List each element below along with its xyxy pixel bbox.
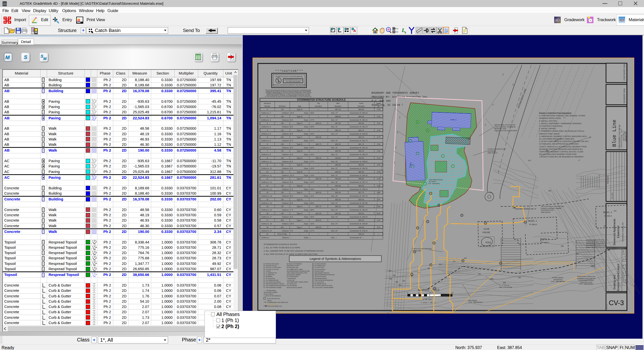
svg-text:ALL INLETS: ALL INLETS: [429, 181, 436, 182]
svg-text:Type D: Type D: [297, 122, 302, 124]
svg-text:Type C: Type C: [297, 219, 302, 221]
svg-text:(ft): (ft): [378, 105, 380, 107]
svg-text:(SEE DETAIL): (SEE DETAIL): [488, 152, 497, 154]
svg-text:Distance: 54 ft: Distance: 54 ft: [282, 195, 293, 197]
svg-text:Slope: 1.19%: Slope: 1.19%: [304, 174, 314, 177]
svg-text:Top: Top: [317, 102, 320, 104]
svg-text:Size: 15": Size: 15": [331, 147, 338, 149]
svg-text:Outflow to: 19: Outflow to: 19: [261, 230, 272, 232]
svg-text:Size: 24": Size: 24": [331, 209, 338, 211]
svg-text:M: M: [43, 56, 47, 61]
svg-text:Size: 18": Size: 18": [331, 181, 338, 183]
svg-text:Outflow to: 8: Outflow to: 8: [261, 147, 271, 149]
svg-text:Downstream IE: 860.00: Downstream IE: 860.00: [350, 154, 368, 155]
svg-text:End of Pipe: End of Pipe: [277, 233, 287, 235]
svg-text:G. MAINTAIN ALL SEDIMENT CONTR: G. MAINTAIN ALL SEDIMENT CONTROL MEASURE…: [539, 135, 587, 137]
svg-text:862.50: 862.50: [335, 191, 341, 194]
svg-text:860.50: 860.50: [358, 171, 364, 173]
svg-text:***CAUTION***: ***CAUTION***: [275, 69, 303, 73]
svg-text:40: 40: [407, 292, 408, 294]
svg-text:S: S: [24, 54, 27, 60]
svg-text:Weir: Weir: [336, 102, 340, 104]
svg-text:Size: 10": Size: 10": [331, 167, 338, 169]
svg-text:SR SOLID ROD: SR SOLID ROD: [266, 278, 275, 279]
svg-text:Outflow to: 8: Outflow to: 8: [261, 154, 271, 155]
svg-text:2: 2: [267, 115, 268, 118]
svg-text:STORMWATER STRUCTURE SCHEDULE: STORMWATER STRUCTURE SCHEDULE: [297, 98, 346, 101]
svg-text:SILT SOXX INLET PROTECTION: SILT SOXX INLET PROTECTION: [541, 205, 564, 207]
svg-text:9.20: 9.20: [377, 226, 380, 228]
svg-text:ENERGY DISSIPATION PER DETAIL: ENERGY DISSIPATION PER DETAIL: [586, 247, 606, 248]
svg-text:CORPORATE SEAL: CORPORATE SEAL: [623, 63, 625, 81]
svg-text:Outflow to: 3: Outflow to: 3: [261, 119, 271, 121]
svg-text:864: 864: [614, 210, 617, 212]
svg-text:NCF NAIL & CAP FOUND: NCF NAIL & CAP FOUND: [266, 267, 281, 268]
svg-text:NO. DATE: NO. DATE: [612, 192, 613, 199]
svg-text:4.90: 4.90: [377, 122, 380, 124]
svg-text:WASHOUT, AND: WASHOUT, AND: [494, 128, 506, 129]
svg-text:853: 853: [403, 280, 405, 282]
svg-text:CB: CB: [281, 191, 284, 194]
svg-text:Slope: 2.16%: Slope: 2.16%: [304, 188, 314, 190]
svg-text:Number: Number: [264, 105, 270, 107]
svg-text:Invert: Invert: [359, 102, 364, 104]
svg-text:854.00: 854.00: [316, 219, 321, 221]
svg-text:IPS IRON PIN SET: IPS IRON PIN SET: [266, 265, 277, 266]
svg-text:870: 870: [528, 160, 531, 161]
svg-text:866.90: 866.90: [316, 136, 321, 138]
svg-text:Distance: 90 ft: Distance: 90 ft: [282, 167, 293, 169]
svg-text:Distance: 104 ft: Distance: 104 ft: [282, 112, 294, 114]
svg-text:861.00: 861.00: [335, 212, 341, 215]
svg-text:OT OPEN TOP: OT OPEN TOP: [266, 274, 275, 275]
svg-text:UG UNDERGROUND: UG UNDERGROUND: [266, 279, 278, 281]
svg-text:Distance: 68 ft: Distance: 68 ft: [282, 126, 293, 128]
svg-text:Outflow to: 2: Outflow to: 2: [261, 112, 271, 114]
svg-text:DI DROP INLET: DI DROP INLET: [314, 270, 324, 272]
svg-text:Size: 10": Size: 10": [331, 202, 338, 204]
svg-text:CB: CB: [281, 185, 284, 187]
svg-text:2. ALL LARGER PIPE TO BE RC: 2. ALL LARGER PIPE TO BE RCP UNLESS OTHE…: [264, 250, 324, 252]
svg-text:—: —: [317, 115, 319, 118]
svg-text:TEMPORARY FAIRCLOTH: TEMPORARY FAIRCLOTH: [577, 276, 595, 277]
svg-text:RCP REINFORCED CONCRETE PIPE: RCP REINFORCED CONCRETE PIPE: [287, 270, 310, 272]
svg-text:5.10: 5.10: [377, 157, 380, 159]
svg-text:CB: CB: [281, 178, 284, 180]
svg-text:Slope: 0.82%: Slope: 0.82%: [304, 147, 314, 149]
svg-text:DATE: DATE: [625, 279, 626, 282]
svg-text:SS SANITARY SEWER: SS SANITARY SEWER: [264, 292, 277, 293]
svg-text:13: 13: [266, 191, 268, 194]
svg-text:CT CRIMPED TOP: CT CRIMPED TOP: [266, 272, 277, 274]
svg-text:FF/864.3: FF/864.3: [450, 119, 457, 121]
svg-text:Distance: 49 ft: Distance: 49 ft: [282, 147, 293, 149]
svg-text:SECTION INSTALLED WITH STONE: SECTION INSTALLED WITH STONE: [586, 245, 606, 247]
svg-text:INLET PROTECTION: INLET PROTECTION: [267, 298, 280, 299]
svg-text:2.50: 2.50: [377, 150, 380, 152]
svg-text:REVISION: REVISION: [607, 176, 609, 184]
svg-text:Slope: 1.07%: Slope: 1.07%: [304, 230, 314, 232]
svg-text:Slope: 1.36%: Slope: 1.36%: [304, 223, 314, 225]
svg-text:866.70: 866.70: [335, 129, 341, 131]
svg-text:Type D: Type D: [297, 178, 302, 180]
svg-text:3.00: 3.00: [377, 198, 380, 201]
svg-text:Blue Line: Blue Line: [612, 120, 617, 147]
svg-text:FOC FIBER OPTIC CABLE: FOC FIBER OPTIC CABLE: [287, 269, 303, 270]
svg-text:ENGINEER SEAL: ENGINEER SEAL: [623, 88, 625, 103]
svg-text:PORT-A-JOHNS, CONCRETE: PORT-A-JOHNS, CONCRETE: [494, 126, 515, 128]
svg-text:Slope: 1.07%: Slope: 1.07%: [304, 161, 314, 163]
svg-text:—: —: [337, 233, 339, 235]
svg-text:863.70: 863.70: [358, 129, 364, 131]
svg-text:3.00: 3.00: [377, 129, 380, 131]
svg-text:862: 862: [604, 225, 607, 227]
svg-text:8" - 8" PVC @: 8" - 8" PVC @: [499, 284, 509, 286]
svg-text:Slope: 1.00%: Slope: 1.00%: [304, 154, 314, 156]
svg-text:D. CONSTRUCT BUILDINGS: D. CONSTRUCT BUILDINGS: [539, 125, 562, 127]
svg-text:STONE ENERGY: STONE ENERGY: [552, 277, 564, 278]
svg-text:860.50: 860.50: [358, 185, 364, 187]
svg-text:Type B: Type B: [297, 164, 302, 166]
svg-text:Slope: 0.48%: Slope: 0.48%: [304, 112, 314, 114]
svg-text:2.50: 2.50: [377, 115, 380, 118]
svg-text:Legend of Symbols & Abbreviati: Legend of Symbols & Abbreviations: [309, 257, 361, 261]
svg-text:2.50: 2.50: [377, 171, 380, 173]
svg-text:5.60: 5.60: [377, 205, 380, 207]
svg-text:FF 860.0: FF 860.0: [541, 241, 549, 244]
